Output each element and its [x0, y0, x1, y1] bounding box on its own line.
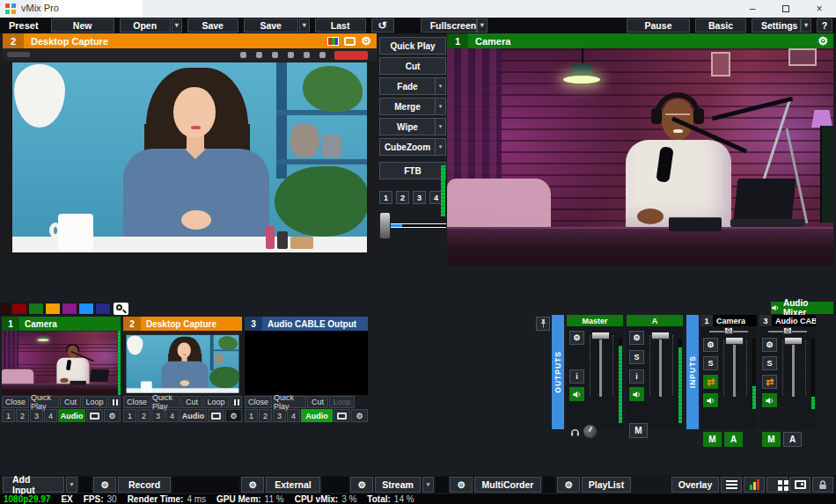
input-header[interactable]: 2 Desktop Capture — [123, 317, 242, 331]
close-button[interactable]: × — [803, 0, 836, 18]
preset-button[interactable]: Preset — [0, 20, 51, 31]
overlay-4-button[interactable]: 4 — [287, 409, 300, 422]
gear-icon[interactable]: ⚙ — [818, 35, 828, 47]
menu-button[interactable] — [721, 477, 742, 493]
quick-play-button[interactable]: Quick Play — [379, 37, 446, 55]
bus-a-button[interactable]: A — [724, 432, 743, 447]
input-thumbnail[interactable] — [245, 331, 368, 395]
external-settings[interactable]: ⚙ — [350, 477, 373, 493]
record-settings[interactable]: ⚙ — [241, 477, 264, 493]
channel-settings-button[interactable]: ⚙ — [569, 331, 584, 345]
save-as-button[interactable]: Save As — [244, 18, 298, 33]
help-button[interactable]: ? — [817, 18, 832, 33]
wipe-dropdown[interactable]: ▾ — [436, 118, 446, 135]
audio-meters-button[interactable] — [744, 477, 765, 493]
info-button[interactable]: i — [569, 369, 584, 383]
balance-slider[interactable]: 0 — [759, 326, 816, 335]
color-swatch[interactable] — [28, 303, 44, 315]
close-button[interactable]: Close — [123, 396, 150, 408]
merge-button[interactable]: Merge — [379, 98, 436, 115]
channel-settings-button[interactable]: ⚙ — [629, 331, 644, 345]
wipe-button[interactable]: Wipe — [379, 118, 436, 135]
open-dropdown[interactable]: ▾ — [172, 18, 182, 33]
minimize-button[interactable]: – — [736, 0, 769, 18]
tbar-handle[interactable] — [379, 212, 391, 239]
loop-button[interactable]: Loop — [329, 396, 355, 408]
merge-dropdown[interactable]: ▾ — [436, 98, 446, 115]
program-header[interactable]: 1 Camera ⚙ — [447, 33, 833, 48]
color-swatch[interactable] — [62, 303, 77, 315]
record-button[interactable]: Record — [118, 477, 171, 493]
save-as-dropdown[interactable]: ▾ — [299, 18, 310, 33]
mute-button[interactable]: M — [762, 432, 781, 447]
save-button[interactable]: Save — [187, 18, 238, 33]
mute-button[interactable]: M — [703, 432, 722, 447]
bus-routing-icon[interactable]: ⇄ — [703, 375, 718, 389]
solo-button[interactable]: S — [703, 356, 718, 370]
overlay-1-button[interactable]: 1 — [2, 409, 15, 422]
loop-button[interactable]: Loop — [82, 396, 107, 408]
lock-button[interactable] — [812, 477, 833, 493]
pause-button[interactable] — [230, 396, 242, 408]
program-video[interactable] — [447, 48, 833, 266]
cut-button[interactable]: Cut — [181, 396, 202, 408]
position-1-button[interactable]: 1 — [379, 191, 392, 204]
maximize-button[interactable] — [769, 0, 803, 18]
headphones-icon[interactable] — [569, 427, 581, 437]
cubezoom-dropdown[interactable]: ▾ — [436, 138, 446, 156]
input-settings-button[interactable]: ⚙ — [351, 409, 368, 422]
color-swatch[interactable] — [0, 303, 11, 315]
preview-header[interactable]: 2 Desktop Capture ⚙ — [3, 33, 377, 48]
pause-button[interactable] — [108, 396, 121, 408]
last-button[interactable]: Last — [315, 18, 366, 33]
fullscreen-button[interactable]: Fullscreen — [421, 18, 477, 33]
overlay-2-button[interactable]: 2 — [16, 409, 29, 422]
overlay-1-button[interactable]: 1 — [245, 409, 258, 422]
pause-inputs-button[interactable]: Pause Inputs — [627, 18, 690, 33]
overlay-3-button[interactable]: 3 — [30, 409, 43, 422]
basic-button[interactable]: Basic — [695, 18, 746, 33]
speaker-button[interactable] — [569, 387, 584, 401]
balance-handle[interactable]: 0 — [783, 327, 792, 334]
stream-dropdown[interactable]: ▾ — [422, 477, 434, 493]
fullscreen-dropdown[interactable]: ▾ — [477, 18, 488, 33]
loop-button[interactable]: Loop — [203, 396, 229, 408]
solo-button[interactable]: S — [629, 350, 644, 364]
color-swatch[interactable] — [45, 303, 61, 315]
multicorder-settings[interactable]: ⚙ — [557, 477, 580, 493]
channel-settings-button[interactable]: ⚙ — [703, 338, 718, 352]
close-button[interactable]: Close — [245, 396, 272, 408]
audio-button[interactable]: Audio — [301, 409, 333, 422]
colorbars-icon[interactable] — [327, 37, 339, 46]
external-button[interactable]: External — [266, 477, 320, 493]
settings-dropdown[interactable]: ▾ — [801, 18, 811, 33]
volume-fader-handle[interactable] — [784, 337, 803, 345]
balance-handle[interactable]: 0 — [724, 327, 733, 334]
multiview-button[interactable] — [766, 477, 788, 493]
overlay-3-button[interactable]: 3 — [273, 409, 286, 422]
input-thumbnail[interactable] — [2, 331, 121, 395]
overlay-1-button[interactable]: 1 — [123, 409, 136, 422]
fullscreen-output-button[interactable] — [789, 477, 810, 493]
quick-play-button[interactable]: Quick Play — [273, 396, 306, 408]
preview-video[interactable] — [3, 48, 377, 259]
ftb-button[interactable]: FTB — [379, 162, 446, 179]
fullscreen-monitor-button[interactable] — [86, 409, 103, 422]
overlay-2-button[interactable]: 2 — [137, 409, 150, 422]
speaker-button[interactable] — [762, 393, 777, 407]
add-input-button[interactable]: Add Input — [3, 477, 64, 493]
bus-a-button[interactable]: A — [783, 432, 802, 447]
fullscreen-monitor-icon[interactable] — [344, 37, 356, 46]
solo-button[interactable]: S — [762, 356, 777, 370]
input-header[interactable]: 1 Camera — [2, 317, 121, 331]
fade-button[interactable]: Fade — [379, 77, 436, 95]
balance-slider[interactable]: 0 — [700, 326, 757, 335]
speaker-button[interactable] — [629, 387, 644, 401]
close-button[interactable]: Close — [2, 396, 29, 408]
audio-mixer-toggle[interactable]: Audio Mixer — [771, 302, 833, 314]
quick-play-button[interactable]: Quick Play — [30, 396, 59, 408]
pin-button[interactable] — [536, 317, 550, 331]
color-swatch[interactable] — [78, 303, 94, 315]
cubezoom-button[interactable]: CubeZoom — [379, 138, 436, 156]
stream-button[interactable]: Stream — [375, 477, 421, 493]
